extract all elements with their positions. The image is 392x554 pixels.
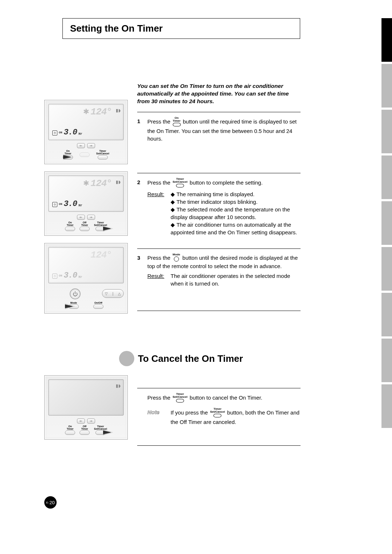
timer-value: 3.0: [64, 128, 77, 137]
side-tab: [381, 339, 392, 382]
result-item: The air conditioner turns on automatical…: [171, 222, 297, 235]
result-text: The air conditioner operates in the sele…: [171, 272, 301, 287]
timer-unit: Hr: [78, 204, 82, 207]
remote-figure-1: ✱ 124° ▮◗ ◷ ON 3.0 Hr ⇐ ⇒ On Timer: [44, 100, 128, 164]
side-tab: [381, 155, 392, 199]
set-cancel-button-icon: Timer Set/Cancel: [173, 393, 188, 403]
timer-readout: ◷ ON 3.0 Hr: [52, 271, 120, 280]
arrow-buttons: ⇐ ⇒: [48, 143, 124, 148]
side-tab: [381, 18, 392, 62]
off-timer-label: Off Timer: [81, 425, 88, 430]
divider: [137, 445, 301, 446]
step-3: 3 Press the Mode button until the desire…: [137, 254, 301, 288]
remote-screen-blank: ▮◗: [48, 379, 124, 416]
on-timer-button: [65, 227, 75, 231]
side-tabs: [381, 18, 392, 428]
pointer-arrow-icon: [103, 430, 111, 434]
page: Setting the On Timer ✱ 124° ▮◗ ◷ ON 3.0 …: [44, 18, 302, 509]
divider: [137, 311, 301, 311]
clock-icon: ◷: [52, 202, 57, 207]
onoff-label: On/Off: [94, 302, 102, 304]
on-timer-button-icon: On Timer: [173, 117, 181, 126]
step-2: 2 Press the Timer Set/Cancel button to c…: [137, 178, 301, 236]
on-label: ON: [59, 202, 62, 206]
on-timer-label: On Timer: [67, 425, 74, 430]
mode-button-icon: Mode: [173, 253, 180, 262]
timer-value: 3.0: [64, 199, 77, 209]
divider: [137, 112, 301, 112]
off-timer-button: [79, 430, 90, 435]
result-item: The selected mode and the temperature on…: [171, 206, 290, 220]
timer-readout: ◷ ON 3.0 Hr: [52, 199, 120, 209]
page-title: Setting the On Timer: [70, 23, 293, 34]
text: If you press the: [171, 410, 209, 416]
left-arrow-icon: ⇐: [77, 143, 85, 148]
text: Press the: [147, 255, 172, 261]
snowflake-icon: ✱: [83, 179, 89, 187]
onoff-button: [93, 304, 103, 309]
left-arrow-icon: ⇐: [77, 418, 85, 424]
signal-icon: ▮◗: [116, 179, 121, 185]
remote-figure-3: 124° ◷ ON 3.0 Hr ⏻ ▽|△ Mode On/Off: [44, 243, 128, 314]
side-tab: [381, 201, 392, 245]
remote-figure-2: ✱ 124° ▮◗ ◷ ON 3.0 Hr ⇐⇒ On Timer Off Ti…: [44, 171, 128, 236]
text: Press the: [147, 395, 172, 401]
pointer-arrow-icon: [63, 155, 71, 159]
side-tab: [381, 64, 392, 108]
on-label: ON: [59, 274, 62, 277]
right-arrow-icon: ⇒: [87, 143, 95, 148]
remote-figure-4: ▮◗ ⇐⇒ On Timer Off Timer Timer Set/Cance…: [44, 375, 128, 440]
on-timer-label: On Timer: [67, 221, 74, 226]
page-number: E-20: [44, 496, 57, 509]
intro-text: You can set the On Timer to turn on the …: [137, 82, 301, 105]
step-1: 1 Press the On Timer button until the re…: [137, 117, 301, 142]
pointer-arrow-icon: [65, 304, 73, 308]
text: Press the: [147, 118, 172, 125]
timer-readout: ◷ ON 3.0 Hr: [52, 128, 120, 137]
title-box: Setting the On Timer: [62, 18, 300, 39]
on-label: ON: [59, 131, 62, 134]
step-number: 2: [137, 178, 147, 236]
result-list: ◆ The remaining time is displayed. ◆ The…: [171, 190, 301, 236]
hidden-label: [84, 150, 85, 152]
clock-icon: ◷: [52, 274, 57, 279]
pointer-arrow-icon: [103, 227, 111, 230]
text: Press the: [147, 179, 172, 186]
side-tab: [381, 384, 392, 428]
timer-unit: Hr: [78, 132, 82, 136]
cancel-step: Press the Timer Set/Cancel button to can…: [137, 393, 301, 426]
remote-screen: ✱ 124° ▮◗ ◷ ON 3.0 Hr: [48, 175, 124, 212]
sub-heading: To Cancel the On Timer: [138, 353, 243, 364]
text: button to complete the setting.: [190, 179, 263, 186]
remote-illustrations: ✱ 124° ▮◗ ◷ ON 3.0 Hr ⇐ ⇒ On Timer: [44, 100, 128, 447]
set-cancel-button-icon: Timer Set/Cancel: [210, 408, 225, 417]
power-button: ⏻: [70, 288, 81, 299]
on-timer-button: [65, 430, 75, 435]
divider: [137, 388, 301, 388]
side-tab: [381, 247, 392, 291]
right-arrow-icon: ⇒: [87, 215, 95, 220]
step-number: 1: [137, 117, 147, 142]
result-label: Result:: [147, 272, 171, 287]
timer-value: 3.0: [64, 271, 77, 280]
result-label: Result:: [147, 190, 171, 236]
snowflake-icon: ✱: [83, 107, 89, 116]
note-body: If you press the Timer Set/Cancel button…: [171, 408, 301, 426]
signal-icon: ▮◗: [116, 108, 121, 113]
subheading-row: To Cancel the On Timer: [137, 351, 302, 366]
temp-display: 124°: [91, 250, 112, 260]
up-icon: △: [118, 292, 121, 296]
off-timer-button: [79, 227, 90, 231]
note-label: Note: [147, 408, 171, 426]
temp-display: 124°: [91, 178, 112, 189]
temp-updown-button: ▽|△: [102, 289, 124, 298]
down-icon: ▽: [105, 292, 108, 296]
set-cancel-button: [98, 155, 108, 159]
side-tab: [381, 110, 392, 153]
text: button to cancel the On Timer.: [190, 395, 262, 401]
temp-display: 124°: [91, 106, 112, 117]
remote-screen: ✱ 124° ▮◗ ◷ ON 3.0 Hr: [48, 104, 124, 140]
left-arrow-icon: ⇐: [77, 215, 85, 220]
off-timer-label: Off Timer: [81, 221, 88, 226]
right-arrow-icon: ⇒: [87, 418, 95, 424]
